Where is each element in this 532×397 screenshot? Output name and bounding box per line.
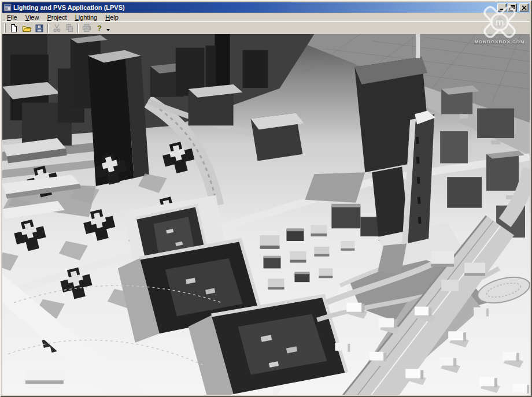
print-icon	[82, 24, 91, 32]
menu-project[interactable]: Project	[43, 13, 71, 21]
cut-button[interactable]	[50, 23, 63, 34]
title-bar: Lighting and PVS Application (LPVS)	[2, 2, 530, 13]
toolbar-options-chevron-down-icon[interactable]	[106, 29, 110, 31]
print-button[interactable]	[80, 23, 93, 34]
copy-button[interactable]	[63, 23, 76, 34]
menu-file[interactable]: File	[3, 13, 21, 21]
menu-bar: File View Project Lighting Help	[2, 13, 530, 21]
viewport-3d-city[interactable]	[2, 34, 530, 395]
new-button[interactable]	[8, 23, 20, 34]
help-button[interactable]: ?	[93, 23, 106, 34]
toolbar-gripper[interactable]	[4, 24, 6, 33]
menu-help[interactable]: Help	[101, 13, 123, 21]
save-button[interactable]	[33, 23, 46, 34]
new-document-icon	[9, 24, 19, 33]
save-icon	[35, 24, 44, 33]
toolbar-separator	[77, 24, 79, 33]
app-window: Lighting and PVS Application (LPVS)	[0, 0, 532, 397]
toolbar-separator	[47, 24, 49, 33]
menu-view[interactable]: View	[21, 13, 43, 21]
restore-button[interactable]	[508, 3, 517, 12]
minimize-button[interactable]	[497, 3, 507, 12]
help-icon: ?	[97, 24, 102, 32]
open-button[interactable]	[20, 23, 33, 34]
open-folder-icon	[22, 24, 32, 33]
window-title: Lighting and PVS Application (LPVS)	[13, 2, 497, 13]
minimize-icon	[499, 5, 505, 10]
cut-icon	[53, 24, 61, 32]
city-render	[2, 34, 530, 395]
close-icon	[522, 5, 527, 10]
toolbar: ?	[2, 21, 530, 34]
menu-lighting[interactable]: Lighting	[71, 13, 102, 21]
copy-icon	[65, 24, 74, 32]
close-button[interactable]	[519, 3, 529, 12]
restore-icon	[509, 5, 515, 10]
app-icon	[3, 3, 12, 12]
